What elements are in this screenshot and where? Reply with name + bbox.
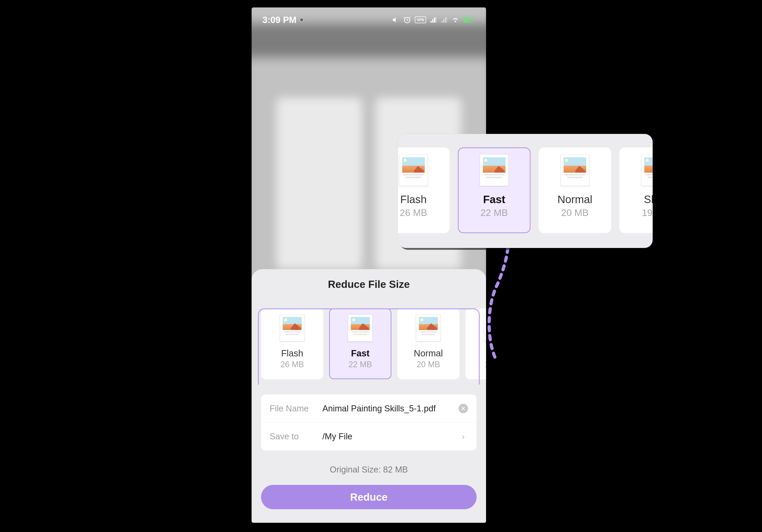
- document-thumbnail-icon: [561, 154, 589, 186]
- clear-file-name-button[interactable]: [459, 404, 468, 413]
- svg-rect-5: [474, 19, 475, 21]
- save-to-row[interactable]: Save to /My File ›: [261, 422, 477, 450]
- reduce-button[interactable]: Reduce: [261, 485, 477, 509]
- option-size: 22 MB: [348, 360, 372, 369]
- callout-option-slow[interactable]: Slow 19 MB: [619, 147, 653, 233]
- file-name-row[interactable]: File Name Animal Painting Skills_5-1.pdf: [261, 395, 477, 422]
- svg-text:2: 2: [469, 18, 471, 22]
- option-label: Fast: [483, 193, 505, 205]
- status-indicator-icon: [300, 18, 304, 22]
- signal-icon: [430, 17, 437, 23]
- option-size: 26 MB: [280, 360, 304, 369]
- callout-option-fast[interactable]: Fast 22 MB: [458, 147, 530, 233]
- save-to-label: Save to: [269, 432, 314, 441]
- document-thumbnail-icon: [280, 315, 305, 342]
- compression-option-slow[interactable]: Slow 19 MB: [465, 308, 486, 379]
- save-to-value: /My File: [322, 432, 453, 441]
- option-label: Fast: [351, 348, 369, 358]
- annotation-arrow-icon: [481, 235, 517, 361]
- chevron-right-icon: ›: [462, 431, 468, 442]
- output-settings-panel: File Name Animal Painting Skills_5-1.pdf…: [261, 395, 477, 450]
- phone-frame: 3:09 PM VPN: [252, 7, 486, 523]
- option-size: 26 MB: [400, 207, 427, 218]
- file-name-value[interactable]: Animal Painting Skills_5-1.pdf: [322, 404, 450, 414]
- battery-icon: 2: [463, 17, 475, 23]
- vpn-icon: VPN: [415, 17, 426, 23]
- status-bar: 3:09 PM VPN: [252, 7, 486, 32]
- close-icon: [461, 406, 466, 411]
- option-size: 19 MB: [642, 207, 653, 218]
- document-thumbnail-icon: [416, 315, 441, 342]
- document-thumbnail-icon: [641, 154, 653, 186]
- compression-option-normal[interactable]: Normal 20 MB: [397, 308, 459, 379]
- alarm-icon: [403, 16, 411, 24]
- document-thumbnail-icon: [484, 315, 486, 342]
- option-label: Normal: [558, 193, 592, 205]
- option-size: 19 MB: [485, 360, 486, 369]
- option-size: 20 MB: [561, 207, 588, 218]
- callout-option-flash[interactable]: Flash 26 MB: [398, 147, 450, 233]
- option-label: Normal: [414, 348, 443, 358]
- original-size-text: Original Size: 82 MB: [252, 465, 486, 475]
- signal-secondary-icon: [440, 17, 448, 23]
- svg-rect-4: [464, 18, 468, 22]
- file-name-label: File Name: [269, 404, 314, 414]
- option-size: 22 MB: [481, 207, 508, 218]
- option-label: Slow: [644, 193, 653, 205]
- svg-text:VPN: VPN: [417, 18, 424, 22]
- volume-icon: [392, 16, 400, 24]
- option-label: Flash: [400, 193, 426, 205]
- sheet-title: Reduce File Size: [252, 278, 486, 290]
- callout-option-normal[interactable]: Normal 20 MB: [539, 147, 611, 233]
- wifi-icon: [451, 17, 459, 23]
- document-thumbnail-icon: [480, 154, 508, 186]
- options-zoom-callout: Flash 26 MB Fast 22 MB Normal 20 MB Slow…: [398, 134, 653, 248]
- reduce-file-size-sheet: Reduce File Size Flash 26 MB Fast 22 MB …: [252, 269, 486, 523]
- option-size: 20 MB: [417, 360, 440, 369]
- document-thumbnail-icon: [348, 315, 373, 342]
- status-time: 3:09 PM: [263, 15, 296, 25]
- document-thumbnail-icon: [399, 154, 428, 186]
- compression-options-row: Flash 26 MB Fast 22 MB Normal 20 MB Slow: [252, 303, 486, 385]
- compression-option-fast[interactable]: Fast 22 MB: [329, 308, 391, 379]
- compression-option-flash[interactable]: Flash 26 MB: [261, 308, 323, 379]
- option-label: Flash: [281, 348, 303, 358]
